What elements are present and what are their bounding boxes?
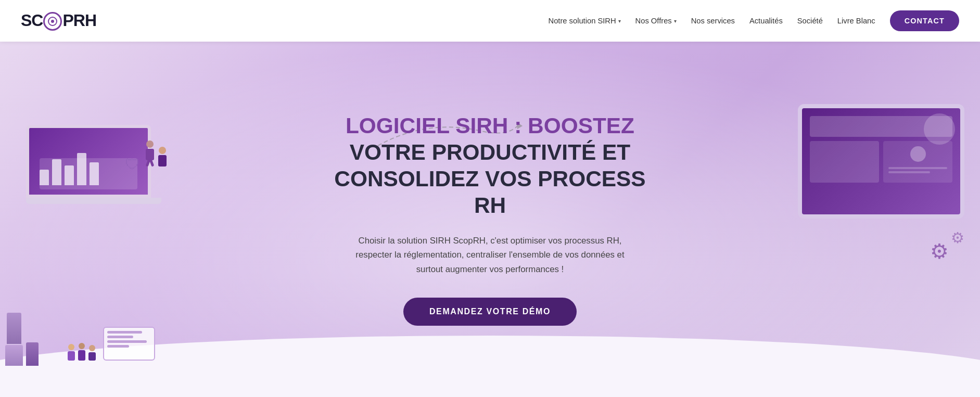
nav: Notre solution SIRH ▾ Nos Offres ▾ Nos s… <box>549 10 959 31</box>
hero-subtitle: Choisir la solution SIRH ScopRH, c'est o… <box>345 234 636 277</box>
hero-title-line3: CONSOLIDEZ VOS PROCESS RH <box>334 167 645 217</box>
chevron-down-icon: ▾ <box>618 18 621 24</box>
hero-title-line2: VOTRE PRODUCTIVITÉ ET <box>350 140 630 164</box>
people-bottom-left <box>68 327 151 361</box>
chevron-down-icon: ▾ <box>674 18 677 24</box>
laptop-base <box>26 198 161 204</box>
nav-societe[interactable]: Société <box>797 17 823 25</box>
person-figure <box>146 140 154 167</box>
gear-icon: ⚙ <box>930 239 949 263</box>
nav-notre-solution[interactable]: Notre solution SIRH ▾ <box>549 17 621 25</box>
person-figure <box>158 147 167 167</box>
logo-sc: SC <box>21 11 43 30</box>
hero-cta-button[interactable]: DEMANDEZ VOTRE DÉMO <box>403 298 577 326</box>
logo[interactable]: SCPRH <box>21 11 96 31</box>
hero-illustration-left: 🛡 <box>0 73 219 397</box>
hero-title-line1: LOGICIEL SIRH : BOOSTEZ <box>346 113 634 138</box>
hero-title: LOGICIEL SIRH : BOOSTEZ VOTRE PRODUCTIVI… <box>324 113 657 219</box>
person-figure <box>88 345 96 361</box>
nav-actualites[interactable]: Actualités <box>749 17 783 25</box>
laptop-illustration <box>26 125 161 213</box>
nav-livre-blanc[interactable]: Livre Blanc <box>837 17 875 25</box>
bar-chart <box>40 153 99 185</box>
person-figure <box>78 343 85 361</box>
gear-small-icon: ⚙ <box>951 229 964 247</box>
logo-prh: PRH <box>62 11 96 30</box>
people-top-left <box>146 140 167 167</box>
logo-icon <box>43 12 62 31</box>
shield-icon: 🛡 <box>125 156 140 173</box>
contact-button[interactable]: CONTACT <box>890 10 959 31</box>
nav-nos-services[interactable]: Nos services <box>691 17 735 25</box>
hero-content: LOGICIEL SIRH : BOOSTEZ VOTRE PRODUCTIVI… <box>313 82 667 357</box>
buildings-left <box>5 313 39 366</box>
document-illustration <box>103 327 155 361</box>
header: SCPRH Notre solution SIRH ▾ Nos Offres ▾… <box>0 0 980 42</box>
person-figure <box>68 344 75 361</box>
nav-nos-offres[interactable]: Nos Offres ▾ <box>635 17 677 25</box>
monitor-illustration <box>798 104 964 219</box>
hero-section: 🛡 <box>0 42 980 397</box>
